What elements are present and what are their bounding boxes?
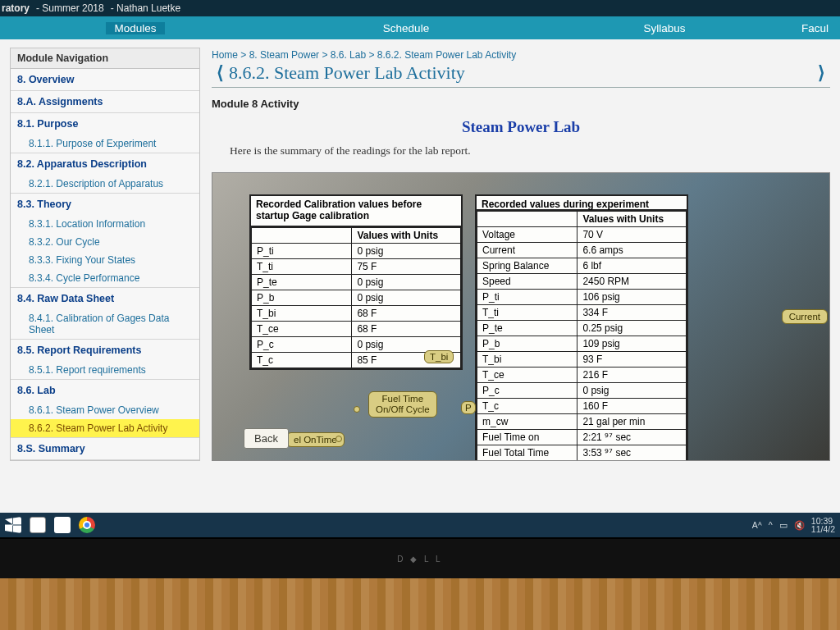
callout-fuel-time[interactable]: Fuel Time On/Off Cycle — [368, 391, 437, 418]
tray-chevron-up-icon[interactable]: ^ — [769, 520, 773, 530]
table-row: T_bi93 F — [477, 352, 687, 368]
sidebar-item[interactable]: 8.3.4. Cycle Performance — [11, 269, 199, 287]
table-row: P_b109 psig — [477, 336, 687, 352]
sidebar-section[interactable]: 8.S. Summary — [11, 438, 199, 459]
sidebar-item[interactable]: 8.4.1. Calibration of Gages Data Sheet — [11, 309, 199, 339]
module-navigation-sidebar: Module Navigation 8. Overview8.A. Assign… — [10, 48, 200, 461]
sidebar-section[interactable]: 8.A. Assignments — [11, 91, 199, 112]
interactive-stage: Recorded Calibration values before start… — [212, 172, 830, 461]
store-icon[interactable] — [30, 517, 46, 533]
sidebar-section[interactable]: 8.6. Lab — [11, 380, 199, 401]
callout-t-bi[interactable]: T_bi — [424, 350, 454, 363]
page-header: ⟨ 8.6.2. Steam Power Lab Activity ⟩ — [212, 62, 830, 88]
table-row: Steam Time0:09 ³⁹ sec — [477, 461, 687, 462]
intro-text: Here is the summary of the readings for … — [230, 144, 830, 158]
experiment-table-panel: Recorded values during experiment Values… — [475, 194, 688, 461]
window-titlebar: ratory - Summer 2018 - Nathan Luetke — [0, 0, 840, 16]
start-menu-icon[interactable] — [5, 517, 21, 533]
table-row: Voltage70 V — [477, 227, 687, 243]
app-name-fragment: ratory — [2, 2, 30, 14]
table-row: P_b0 psig — [252, 290, 461, 306]
nav-faculty[interactable]: Facul — [793, 22, 837, 34]
calibration-table-panel: Recorded Calibration values before start… — [249, 194, 463, 370]
sidebar-item[interactable]: 8.3.1. Location Information — [11, 215, 199, 233]
module-activity-label: Module 8 Activity — [212, 98, 830, 110]
taskbar-date[interactable]: 11/4/2 — [811, 524, 835, 534]
chrome-icon[interactable] — [79, 517, 95, 533]
windows-taskbar: Aᴬ ^ ▭ 🔇 10:39 11/4/2 — [0, 513, 840, 537]
table-row: T_ce216 F — [477, 368, 687, 383]
table-row: P_te0.25 psig — [477, 321, 687, 336]
sidebar-item[interactable]: 8.5.1. Report requirements — [11, 361, 199, 379]
experiment-table-title: Recorded values during experiment — [477, 196, 687, 211]
tray-volume-icon[interactable]: 🔇 — [794, 520, 805, 531]
sidebar-item[interactable]: 8.3.3. Fixing Your States — [11, 251, 199, 269]
callout-dot-icon — [354, 406, 360, 413]
page-title: 8.6.2. Steam Power Lab Activity — [229, 62, 813, 84]
table-row: T_c160 F — [477, 399, 687, 414]
monitor-bezel: D ◆ L L — [0, 537, 840, 578]
table-row: Speed2450 RPM — [477, 274, 687, 290]
callout-dot-icon — [336, 436, 342, 442]
callout-p[interactable]: P — [461, 401, 476, 414]
table-row: T_ce68 F — [252, 322, 461, 337]
sidebar-item[interactable]: 8.6.1. Steam Power Overview — [11, 401, 199, 419]
sidebar-section[interactable]: 8.4. Raw Data Sheet — [11, 288, 199, 309]
tray-accessibility-icon[interactable]: Aᴬ — [752, 520, 762, 530]
sidebar-item[interactable]: 8.3.2. Our Cycle — [11, 233, 199, 251]
sidebar-item[interactable]: 8.1.1. Purpose of Experiment — [11, 135, 199, 153]
back-button[interactable]: Back — [244, 428, 289, 449]
table-row: Spring Balance6 lbf — [477, 258, 687, 274]
nav-syllabus[interactable]: Syllabus — [635, 22, 693, 34]
tray-display-icon[interactable]: ▭ — [779, 520, 788, 530]
taskbar-tray[interactable]: Aᴬ ^ ▭ 🔇 10:39 11/4/2 — [752, 517, 835, 534]
desk-surface — [0, 578, 840, 630]
main-column: Home > 8. Steam Power > 8.6. Lab > 8.6.2… — [212, 48, 830, 513]
table-row: T_bi68 F — [252, 306, 461, 322]
breadcrumb[interactable]: Home > 8. Steam Power > 8.6. Lab > 8.6.2… — [212, 48, 830, 62]
table-row: P_c0 psig — [477, 383, 687, 399]
top-nav: Modules Schedule Syllabus Facul — [0, 16, 840, 39]
sidebar-item[interactable]: 8.2.1. Description of Apparatus — [11, 175, 199, 193]
lab-title: Steam Power Lab — [212, 118, 830, 136]
table-row: Fuel Time on2:21 ⁹⁷ sec — [477, 430, 687, 445]
sidebar-section[interactable]: 8.2. Apparatus Description — [11, 153, 199, 175]
calibration-table-title: Recorded Calibration values before start… — [251, 196, 461, 227]
table-row: Current6.6 amps — [477, 243, 687, 258]
table-row: T_ti334 F — [477, 305, 687, 321]
table-row: P_ti0 psig — [252, 244, 461, 259]
sidebar-section[interactable]: 8. Overview — [11, 69, 199, 90]
experiment-table: Values with UnitsVoltage70 VCurrent6.6 a… — [477, 211, 687, 461]
table-row: Fuel Total Time3:53 ⁹⁷ sec — [477, 445, 687, 461]
term-label: - Summer 2018 — [36, 2, 104, 14]
nav-schedule[interactable]: Schedule — [375, 22, 437, 34]
user-name: - Nathan Luetke — [111, 2, 180, 14]
callout-current[interactable]: Current — [782, 309, 828, 324]
sidebar-title: Module Navigation — [11, 48, 199, 69]
table-row: P_te0 psig — [252, 275, 461, 290]
content-area: Module Navigation 8. Overview8.A. Assign… — [0, 39, 840, 513]
media-icon[interactable] — [54, 517, 71, 533]
nav-modules[interactable]: Modules — [106, 22, 164, 34]
sidebar-section[interactable]: 8.3. Theory — [11, 194, 199, 215]
sidebar-item[interactable]: 8.6.2. Steam Power Lab Activity — [11, 419, 199, 437]
sidebar-section[interactable]: 8.1. Purpose — [11, 113, 199, 135]
calibration-table: Values with UnitsP_ti0 psigT_ti75 FP_te0… — [251, 227, 461, 368]
prev-page-chevron-icon[interactable]: ⟨ — [212, 62, 229, 84]
sidebar-section[interactable]: 8.5. Report Requirements — [11, 340, 199, 361]
next-page-chevron-icon[interactable]: ⟩ — [813, 62, 830, 84]
table-row: P_ti106 psig — [477, 290, 687, 305]
table-row: m_cw21 gal per min — [477, 414, 687, 430]
table-row: T_ti75 F — [252, 259, 461, 275]
